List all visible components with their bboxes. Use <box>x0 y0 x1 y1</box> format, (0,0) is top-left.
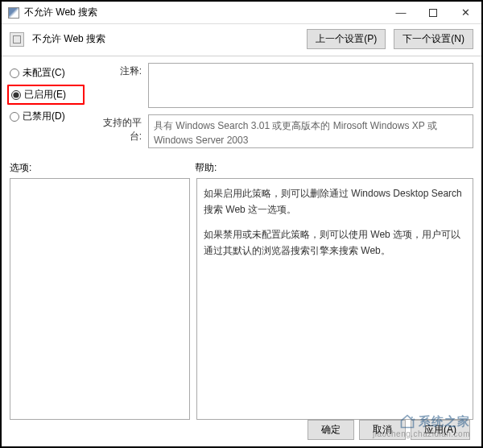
radio-enabled-input[interactable] <box>11 90 21 100</box>
close-button[interactable]: ✕ <box>449 2 481 23</box>
help-text-2: 如果禁用或未配置此策略，则可以使用 Web 选项，用户可以通过其默认的浏览器搜索… <box>204 226 466 259</box>
window-title: 不允许 Web 搜索 <box>24 6 385 19</box>
titlebar: 不允许 Web 搜索 — ✕ <box>2 2 481 24</box>
ok-button[interactable]: 确定 <box>308 420 354 440</box>
minimize-button[interactable]: — <box>385 2 417 23</box>
cancel-button[interactable]: 取消 <box>359 420 406 440</box>
options-panel <box>10 178 190 420</box>
prev-setting-button[interactable]: 上一个设置(P) <box>307 29 386 49</box>
apply-button[interactable]: 应用(A) <box>411 420 470 440</box>
policy-title: 不允许 Web 搜索 <box>32 32 299 46</box>
maximize-button[interactable] <box>417 2 449 23</box>
radio-disabled[interactable]: 已禁用(D) <box>10 110 82 123</box>
radio-enabled[interactable]: 已启用(E) <box>11 88 80 102</box>
policy-icon <box>10 32 24 47</box>
radio-disabled-label: 已禁用(D) <box>23 110 65 123</box>
radio-disabled-input[interactable] <box>10 112 19 122</box>
svg-rect-0 <box>430 9 437 16</box>
radio-enabled-label: 已启用(E) <box>24 88 66 102</box>
help-text-1: 如果启用此策略，则可以删除通过 Windows Desktop Search 搜… <box>204 185 466 218</box>
header-row: 不允许 Web 搜索 上一个设置(P) 下一个设置(N) <box>2 24 481 54</box>
comment-label: 注释: <box>93 63 142 78</box>
window-icon <box>8 7 19 19</box>
options-label: 选项: <box>10 161 195 175</box>
help-panel: 如果启用此策略，则可以删除通过 Windows Desktop Search 搜… <box>196 178 473 420</box>
platform-textbox: 具有 Windows Search 3.01 或更高版本的 Mirosoft W… <box>148 114 473 148</box>
radio-not-configured[interactable]: 未配置(C) <box>10 66 82 80</box>
state-radio-group: 未配置(C) 已启用(E) 已禁用(D) <box>10 63 82 123</box>
comment-textbox[interactable] <box>148 63 473 108</box>
radio-not-configured-label: 未配置(C) <box>23 66 65 80</box>
next-setting-button[interactable]: 下一个设置(N) <box>394 29 473 49</box>
platform-label: 支持的平台: <box>93 114 142 143</box>
radio-not-configured-input[interactable] <box>10 68 19 78</box>
highlight-box: 已启用(E) <box>7 85 85 105</box>
help-label: 帮助: <box>195 161 217 175</box>
